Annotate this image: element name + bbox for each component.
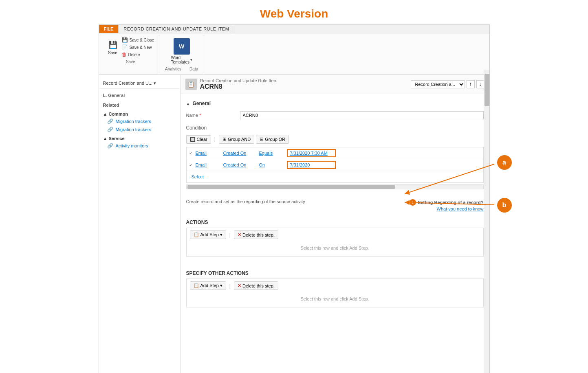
ribbon-word-group: W WordTemplates ▾ Analytics Data (159, 35, 204, 73)
group-or-button[interactable]: ⊟ Group OR (256, 135, 289, 144)
info-section: Create record and set as the regarding o… (186, 193, 484, 215)
condition-toolbar: 🔲 Clear | ⊞ Group AND ⊟ Group OR (186, 133, 484, 145)
sidebar-item-migration-trackers-2[interactable]: 🔗 Migration trackers (99, 125, 180, 134)
info-text: Create record and set as the regarding o… (186, 199, 305, 204)
info-circle-icon: i (410, 199, 416, 206)
record-name: ACRN8 (200, 83, 277, 90)
save-icon: 💾 (108, 40, 118, 50)
sidebar-breadcrumb[interactable]: Record Creation and U... ▾ (99, 78, 180, 89)
content-area: 📋 Record Creation and Update Rule Item A… (181, 75, 489, 373)
specify-add-step-icon: 📋 (194, 283, 199, 288)
general-section-header[interactable]: ▲ General (186, 98, 484, 109)
tab-file[interactable]: FILE (99, 25, 119, 33)
record-header: 📋 Record Creation and Update Rule Item A… (181, 75, 489, 94)
save-close-button[interactable]: 💾 Save & Close (121, 37, 155, 43)
condition-operator-1[interactable]: Equals (259, 151, 284, 156)
specify-delete-icon: ✕ (238, 283, 241, 288)
annotation-a-circle: a (497, 155, 512, 170)
record-icon: 📋 (185, 79, 197, 90)
record-subtitle: Record Creation and Update Rule Item (200, 78, 277, 83)
page-title: Web Version (0, 0, 588, 24)
vertical-scrollbar[interactable] (484, 70, 489, 373)
delete-icon: 🗑 (122, 52, 127, 57)
save-new-button[interactable]: 📄 Save & New (121, 44, 155, 50)
data-label: Data (189, 67, 198, 71)
word-templates-label: WordTemplates (171, 55, 189, 64)
check-icon-2: ✓ (189, 163, 192, 167)
group-and-button[interactable]: ⊞ Group AND (219, 135, 254, 144)
vsb-thumb (484, 74, 489, 106)
specify-other-label: SPECIFY OTHER ACTIONS (186, 269, 484, 279)
specify-add-step-button[interactable]: 📋 Add Step ▾ (190, 281, 226, 290)
ribbon: FILE RECORD CREATION AND UPDATE RULE ITE… (99, 25, 489, 75)
condition-operator-2[interactable]: On (259, 162, 284, 167)
analytics-label: Analytics (165, 67, 181, 71)
specify-placeholder: Select this row and click Add Step. (190, 293, 480, 305)
form-content: ▲ General Name * Condition (181, 94, 489, 315)
general-triangle: ▲ (186, 101, 190, 106)
annotation-b: b (497, 198, 512, 213)
condition-field-2[interactable]: Created On (223, 162, 256, 167)
name-required: * (199, 113, 201, 118)
sidebar-item-activity-monitors[interactable]: 🔗 Activity monitors (99, 142, 180, 150)
scrollbar-thumb (187, 185, 395, 189)
sidebar-item-migration-trackers-1[interactable]: 🔗 Migration trackers (99, 117, 180, 125)
main-layout: Record Creation and U... ▾ L. General Re… (99, 75, 489, 373)
migration-icon-1: 🔗 (107, 118, 113, 124)
ribbon-content: 💾 Save 💾 Save & Close 📄 Save & New (99, 33, 489, 75)
record-nav-up-button[interactable]: ↑ (467, 80, 475, 88)
delete-button[interactable]: 🗑 Delete (121, 51, 155, 58)
actions-section: ACTIONS 📋 Add Step ▾ | ✕ Delete (186, 215, 484, 260)
tab-record-creation[interactable]: RECORD CREATION AND UPDATE RULE ITEM (119, 25, 234, 33)
condition-value-2[interactable]: 7/31/2020 (287, 161, 336, 169)
condition-scrollbar[interactable] (186, 184, 484, 189)
specify-delete-button[interactable]: ✕ Delete this step. (234, 281, 278, 290)
save-close-icon: 💾 (122, 37, 128, 43)
sidebar-related-label: Related (99, 99, 180, 109)
save-new-icon: 📄 (122, 44, 128, 50)
condition-section: Condition 🔲 Clear | ⊞ Group AND (186, 122, 484, 193)
specify-other-actions-section: SPECIFY OTHER ACTIONS 📋 Add Step ▾ | ✕ (186, 265, 484, 311)
save-button[interactable]: 💾 Save (106, 39, 119, 56)
condition-select[interactable]: Select (189, 173, 207, 181)
migration-icon-2: 🔗 (107, 127, 113, 132)
add-step-button[interactable]: 📋 Add Step ▾ (190, 230, 226, 239)
condition-label: Condition (186, 125, 484, 131)
specify-other-box: 📋 Add Step ▾ | ✕ Delete this step. Selec… (186, 279, 484, 307)
actions-placeholder: Select this row and click Add Step. (190, 242, 480, 254)
condition-field-1[interactable]: Created On (223, 151, 256, 156)
check-icon-1: ✓ (189, 151, 192, 156)
delete-step-button[interactable]: ✕ Delete this step. (234, 230, 278, 239)
record-nav-dropdown[interactable]: Record Creation a... (411, 80, 465, 88)
condition-value-1[interactable]: 7/31/2020 7:30 AM (287, 149, 336, 157)
name-input[interactable] (240, 111, 484, 119)
condition-table: ✓ Email Created On Equals 7/31/2020 7:30… (186, 147, 484, 183)
what-you-need-link[interactable]: What you need to know (437, 206, 484, 211)
actions-label: ACTIONS (186, 218, 484, 228)
condition-row-1: ✓ Email Created On Equals 7/31/2020 7:30… (187, 147, 483, 159)
activity-icon: 🔗 (107, 143, 113, 149)
clear-button[interactable]: 🔲 Clear (186, 135, 211, 144)
group-and-icon: ⊞ (222, 136, 227, 142)
annotation-b-circle: b (497, 198, 512, 213)
condition-entity-2[interactable]: Email (196, 162, 220, 167)
name-label: Name * (186, 113, 235, 118)
clear-icon: 🔲 (190, 137, 196, 142)
condition-select-row: Select (187, 171, 483, 182)
sidebar-common-section: ▲ Common (99, 109, 180, 117)
group-or-icon: ⊟ (260, 136, 264, 142)
save-group-label: Save (126, 59, 135, 64)
sidebar-service-section: ▲ Service (99, 134, 180, 142)
name-field-row: Name * (186, 109, 484, 122)
word-templates-icon[interactable]: W (174, 38, 190, 55)
condition-row-2: ✓ Email Created On On 7/31/2020 (187, 159, 483, 171)
sidebar: Record Creation and U... ▾ L. General Re… (99, 75, 181, 373)
delete-step-icon: ✕ (238, 232, 241, 237)
record-nav-down-button[interactable]: ↓ (476, 80, 484, 88)
annotation-a: a (497, 155, 512, 170)
word-templates-chevron: ▾ (190, 58, 192, 62)
sidebar-nav-title: L. General (99, 91, 180, 99)
setting-regarding-label: Setting Regarding of a record? (418, 200, 483, 205)
condition-entity-1[interactable]: Email (196, 151, 220, 156)
actions-box: 📋 Add Step ▾ | ✕ Delete this step. Selec… (186, 228, 484, 257)
